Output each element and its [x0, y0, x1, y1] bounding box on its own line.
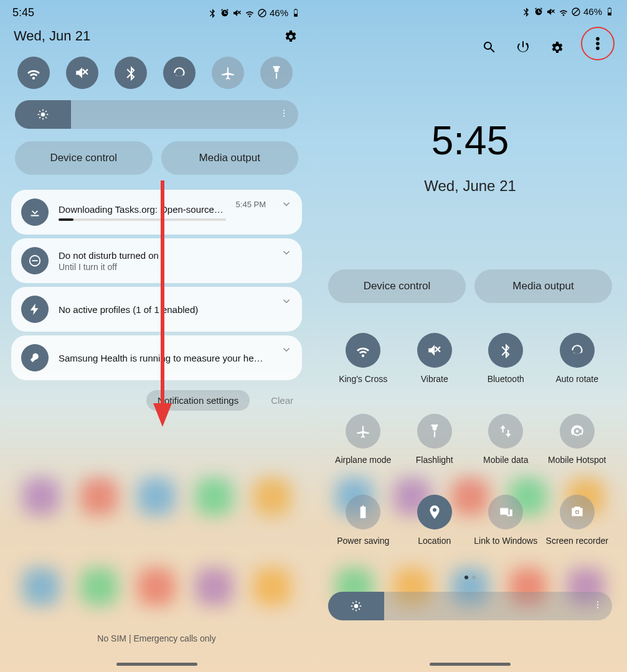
- vibrate-icon: [427, 342, 443, 358]
- notification-dnd[interactable]: Do not disturb turned on Until I turn it…: [11, 238, 302, 283]
- mute-icon: [232, 8, 242, 18]
- battery-icon: [355, 504, 371, 520]
- battery-percent: 46%: [583, 6, 602, 17]
- qs-flashlight[interactable]: [260, 57, 293, 89]
- bluetooth-icon: [497, 342, 514, 358]
- qs-bluetooth[interactable]: [115, 57, 147, 89]
- mute-icon: [546, 7, 556, 17]
- nav-handle[interactable]: [430, 663, 511, 666]
- status-bar: 5:45 46%: [0, 0, 313, 21]
- dnd-icon: [257, 8, 267, 18]
- qs-mobile-data[interactable]: [488, 414, 523, 449]
- bluetooth-icon: [207, 8, 217, 18]
- brightness-slider[interactable]: [15, 100, 298, 129]
- svg-rect-25: [609, 7, 611, 8]
- qs-label: Location: [402, 536, 468, 557]
- battery-icon: [605, 7, 615, 17]
- rotate-icon: [569, 342, 585, 358]
- qs-label: Airplane mode: [331, 455, 396, 476]
- qs-wifi[interactable]: [346, 333, 380, 368]
- expand-icon[interactable]: [281, 198, 292, 212]
- battery-percent: 46%: [270, 7, 288, 18]
- power-button[interactable]: [514, 38, 532, 57]
- qs-label: Link to Windows: [473, 536, 539, 557]
- hotspot-icon: [569, 423, 585, 439]
- svg-rect-24: [608, 12, 611, 15]
- link-icon: [497, 504, 514, 520]
- big-date: Wed, June 21: [313, 177, 627, 195]
- more-icon: [590, 35, 606, 52]
- battery-icon: [291, 8, 301, 18]
- search-button[interactable]: [480, 38, 499, 57]
- page-indicator: [313, 571, 627, 582]
- device-control-button[interactable]: Device control: [328, 269, 466, 303]
- more-vert-icon: [592, 599, 603, 610]
- qs-power-saving[interactable]: [346, 495, 380, 530]
- qs-location[interactable]: [417, 495, 452, 530]
- settings-button[interactable]: [281, 27, 299, 45]
- airplane-icon: [355, 423, 371, 439]
- qs-label: Flashlight: [402, 455, 468, 476]
- airplane-icon: [220, 65, 236, 81]
- nav-handle[interactable]: [116, 663, 197, 666]
- qs-link-windows[interactable]: [488, 495, 523, 530]
- media-output-button[interactable]: Media output: [161, 141, 299, 175]
- dnd-icon: [571, 7, 581, 17]
- phone-left-notification-panel: 5:45 46% Wed, Jun 21: [0, 0, 313, 672]
- notification-health[interactable]: Samsung Health is running to measure you…: [11, 335, 302, 380]
- media-output-label: Media output: [199, 152, 260, 164]
- qs-label: Power saving: [331, 536, 396, 557]
- gear-icon: [283, 29, 298, 44]
- top-actions: [313, 18, 627, 70]
- media-output-button[interactable]: Media output: [474, 269, 612, 303]
- expand-icon[interactable]: [281, 296, 292, 309]
- clear-button[interactable]: Clear: [267, 390, 297, 411]
- brightness-icon: [37, 108, 49, 121]
- health-icon: [21, 344, 49, 371]
- notification-settings-button[interactable]: Notification settings: [146, 390, 250, 411]
- location-icon: [427, 504, 443, 520]
- qs-bluetooth[interactable]: [488, 333, 523, 368]
- qs-hotspot[interactable]: [560, 414, 595, 449]
- notification-download[interactable]: Downloading Tasks.org: Open-source To-Do…: [11, 190, 302, 235]
- qs-wifi[interactable]: [17, 57, 50, 89]
- expand-icon[interactable]: [281, 247, 292, 261]
- qs-label: Mobile Hotspot: [545, 455, 610, 476]
- qs-rotate[interactable]: [163, 57, 196, 89]
- phone-right-quick-panel: 46% 5:45 Wed, June 21 Device control Med…: [313, 0, 627, 672]
- flashlight-icon: [268, 65, 285, 81]
- qs-vibrate[interactable]: [417, 333, 452, 368]
- notification-title: No active profiles (1 of 1 enabled): [59, 304, 266, 315]
- brightness-more[interactable]: [592, 599, 603, 613]
- settings-button[interactable]: [547, 38, 566, 57]
- vibrate-icon: [74, 65, 90, 81]
- qs-label: Mobile data: [473, 455, 539, 476]
- qs-screen-recorder[interactable]: [560, 495, 595, 530]
- record-icon: [569, 504, 585, 520]
- brightness-slider[interactable]: [328, 592, 612, 620]
- quick-settings-grid: King's Cross Vibrate Bluetooth Auto rota…: [313, 318, 627, 563]
- quick-settings-row: [0, 53, 313, 100]
- qs-rotate[interactable]: [560, 333, 595, 368]
- qs-airplane[interactable]: [346, 414, 380, 449]
- search-icon: [482, 40, 497, 55]
- device-control-label: Device control: [364, 280, 431, 292]
- alarm-icon: [220, 8, 230, 18]
- progress-bar: [59, 218, 226, 221]
- expand-icon[interactable]: [281, 344, 292, 358]
- notification-profiles[interactable]: No active profiles (1 of 1 enabled): [11, 287, 302, 332]
- notification-time: 5:45 PM: [236, 200, 266, 209]
- data-icon: [497, 423, 514, 439]
- wifi-icon: [245, 8, 255, 18]
- device-control-button[interactable]: Device control: [15, 141, 153, 175]
- bolt-icon: [21, 296, 49, 323]
- qs-sound[interactable]: [66, 57, 98, 89]
- status-bar: 46%: [313, 0, 627, 18]
- more-vert-icon: [278, 108, 290, 119]
- qs-label: King's Cross: [331, 374, 396, 395]
- download-icon: [21, 198, 49, 226]
- qs-flashlight[interactable]: [417, 414, 452, 449]
- brightness-more[interactable]: [278, 108, 290, 121]
- qs-airplane[interactable]: [212, 57, 244, 89]
- more-button-highlighted[interactable]: [581, 27, 615, 60]
